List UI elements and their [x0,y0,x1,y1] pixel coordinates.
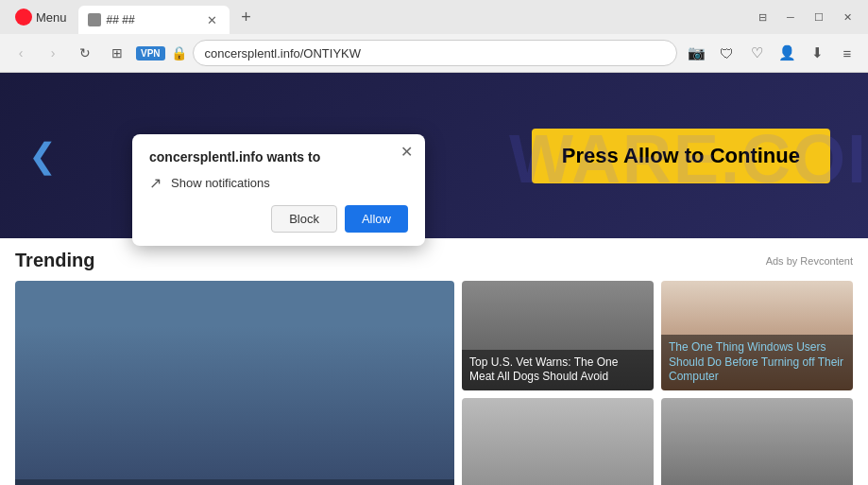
heart-icon[interactable]: ♡ [743,40,770,66]
dialog-close-button[interactable]: ✕ [397,142,416,161]
active-tab[interactable]: ## ## ✕ [78,6,230,34]
window-controls: ⊟ ─ ☐ ✕ [749,4,860,30]
profile-icon[interactable]: 👤 [774,40,800,66]
card-1-title: Top U.S. Vet Warns: The One Meat All Dog… [462,350,654,390]
block-button[interactable]: Block [271,205,337,233]
url-text: concersplentl.info/ONTIYKW [205,46,361,61]
opera-menu[interactable]: Menu [8,5,75,29]
main-card-caption: Former Fox News Host Is Parking Pig Wer.… [15,479,454,485]
reload-button[interactable]: ↻ [72,40,98,66]
toolbar-icons: 📷 🛡 ♡ 👤 ⬇ ≡ [683,40,860,66]
trending-card-2[interactable]: The One Thing Windows Users Should Do Be… [661,281,853,390]
camera-icon[interactable]: 📷 [683,40,709,66]
dialog-buttons: Block Allow [149,205,408,233]
shield-icon[interactable]: 🛡 [713,40,740,66]
trending-header: Trending Ads by Revcontent [15,250,853,271]
page-content: ❮ Press Allow to Continue WARE.COI Trend… [0,73,868,485]
ssl-icon: 🔒 [171,45,187,61]
trending-main-card[interactable]: Former Fox News Host Is Parking Pig Wer.… [15,281,454,485]
close-window-button[interactable]: ✕ [834,4,860,30]
permission-icon: ↗ [149,174,162,192]
tab-title: ## ## [107,13,135,26]
trending-card-3[interactable] [462,398,654,485]
new-tab-button[interactable]: + [233,4,260,30]
tab-bar: Menu ## ## ✕ + ⊟ ─ ☐ ✕ [0,0,868,34]
forward-button[interactable]: › [40,40,66,66]
permission-text: Show notifications [171,176,270,190]
press-allow-button[interactable]: Press Allow to Continue [532,129,830,183]
minimize-button[interactable]: ─ [777,4,804,30]
browser-menu-icon[interactable]: ≡ [834,40,860,66]
url-input[interactable]: concersplentl.info/ONTIYKW [193,40,677,66]
main-card-image [15,281,454,485]
trending-title: Trending [15,250,94,271]
menu-label: Menu [36,10,67,25]
tab-favicon [88,13,101,26]
svg-rect-0 [89,14,100,26]
allow-button[interactable]: Allow [345,205,408,233]
dialog-permission-row: ↗ Show notifications [149,174,408,192]
dialog-title: concersplentl.info wants to [149,149,408,165]
banner-area: ❮ Press Allow to Continue WARE.COI [0,73,868,238]
restore-button[interactable]: ⊟ [749,4,775,30]
download-icon[interactable]: ⬇ [804,40,830,66]
banner-arrow[interactable]: ❮ [28,136,57,176]
grid-button[interactable]: ⊞ [104,40,130,66]
ads-label: Ads by Revcontent [766,255,853,267]
browser-chrome: Menu ## ## ✕ + ⊟ ─ ☐ ✕ ‹ › ↻ ⊞ VPN 🔒 con… [0,0,868,73]
notification-dialog: ✕ concersplentl.info wants to ↗ Show not… [132,134,425,246]
trending-card-1[interactable]: Top U.S. Vet Warns: The One Meat All Dog… [462,281,654,390]
opera-logo [15,9,32,26]
trending-section: Trending Ads by Revcontent Former Fox Ne… [0,238,868,485]
tab-close-button[interactable]: ✕ [205,12,220,27]
vpn-badge[interactable]: VPN [136,46,165,61]
address-bar: ‹ › ↻ ⊞ VPN 🔒 concersplentl.info/ONTIYKW… [0,34,868,72]
maximize-button[interactable]: ☐ [806,4,832,30]
card-2-title: The One Thing Windows Users Should Do Be… [661,335,853,390]
trending-card-4[interactable] [661,398,853,485]
back-button[interactable]: ‹ [8,40,34,66]
trending-grid: Former Fox News Host Is Parking Pig Wer.… [15,281,853,485]
